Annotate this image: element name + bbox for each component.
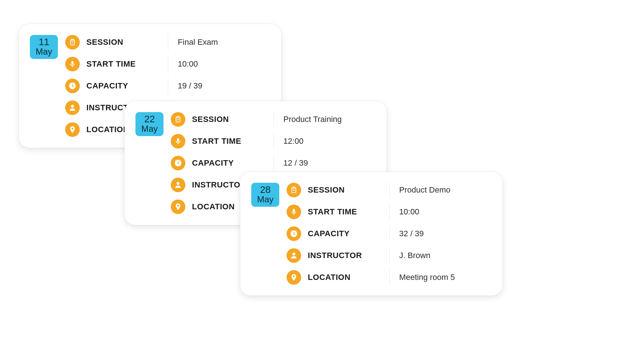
label-start-time: START TIME	[192, 136, 268, 146]
mic-icon	[287, 205, 301, 219]
row-session: SESSION Product Demo	[287, 182, 490, 198]
mic-icon	[171, 134, 185, 149]
date-month: May	[141, 124, 158, 133]
label-capacity: CAPACITY	[86, 81, 163, 91]
pin-icon	[65, 122, 80, 137]
value-capacity: 12 / 39	[273, 155, 374, 171]
value-session: Final Exam	[168, 34, 269, 50]
value-capacity: 32 / 39	[389, 226, 490, 242]
value-instructor: J. Brown	[389, 248, 490, 264]
row-instructor: INSTRUCTOR J. Brown	[287, 248, 490, 264]
label-capacity: CAPACITY	[308, 229, 384, 238]
user-icon	[171, 178, 185, 192]
value-start-time: 12:00	[273, 133, 374, 149]
session-rows: SESSION Product Demo START TIME 10:00 CA…	[287, 182, 490, 285]
alarm-clock-icon	[171, 156, 185, 170]
row-capacity: CAPACITY 12 / 39	[171, 155, 374, 171]
value-capacity: 19 / 39	[168, 78, 269, 94]
user-icon	[287, 248, 301, 263]
date-day: 22	[141, 114, 158, 124]
session-card: 28 May SESSION Product Demo START TIME 1…	[240, 172, 502, 296]
alarm-clock-icon	[287, 226, 301, 241]
label-capacity: CAPACITY	[192, 158, 268, 168]
row-capacity: CAPACITY 32 / 39	[287, 226, 490, 242]
value-session: Product Demo	[389, 182, 490, 198]
clipboard-icon	[171, 112, 185, 127]
row-location: LOCATION Meeting room 5	[287, 269, 490, 285]
mic-icon	[65, 57, 80, 71]
row-session: SESSION Product Training	[171, 111, 374, 127]
alarm-clock-icon	[65, 79, 80, 93]
date-badge: 11 May	[30, 35, 58, 59]
label-start-time: START TIME	[86, 59, 163, 69]
pin-icon	[287, 270, 301, 285]
label-session: SESSION	[86, 37, 163, 47]
label-session: SESSION	[192, 115, 268, 124]
row-start-time: START TIME 12:00	[171, 133, 374, 149]
label-session: SESSION	[308, 185, 384, 195]
date-month: May	[36, 47, 52, 56]
date-day: 28	[257, 185, 273, 195]
value-location: Meeting room 5	[389, 269, 490, 285]
label-start-time: START TIME	[308, 207, 384, 217]
label-instructor: INSTRUCTOR	[308, 251, 384, 260]
row-session: SESSION Final Exam	[65, 34, 269, 50]
row-capacity: CAPACITY 19 / 39	[65, 78, 269, 94]
clipboard-icon	[287, 183, 301, 197]
date-month: May	[257, 195, 273, 204]
value-start-time: 10:00	[168, 56, 269, 72]
row-start-time: START TIME 10:00	[65, 56, 269, 72]
date-badge: 22 May	[135, 112, 163, 136]
value-session: Product Training	[273, 111, 374, 127]
pin-icon	[171, 199, 185, 214]
date-day: 11	[36, 37, 52, 47]
clipboard-icon	[65, 35, 80, 50]
date-badge: 28 May	[251, 183, 279, 207]
user-icon	[65, 100, 80, 115]
label-location: LOCATION	[308, 273, 384, 282]
row-start-time: START TIME 10:00	[287, 204, 490, 220]
value-start-time: 10:00	[389, 204, 490, 220]
